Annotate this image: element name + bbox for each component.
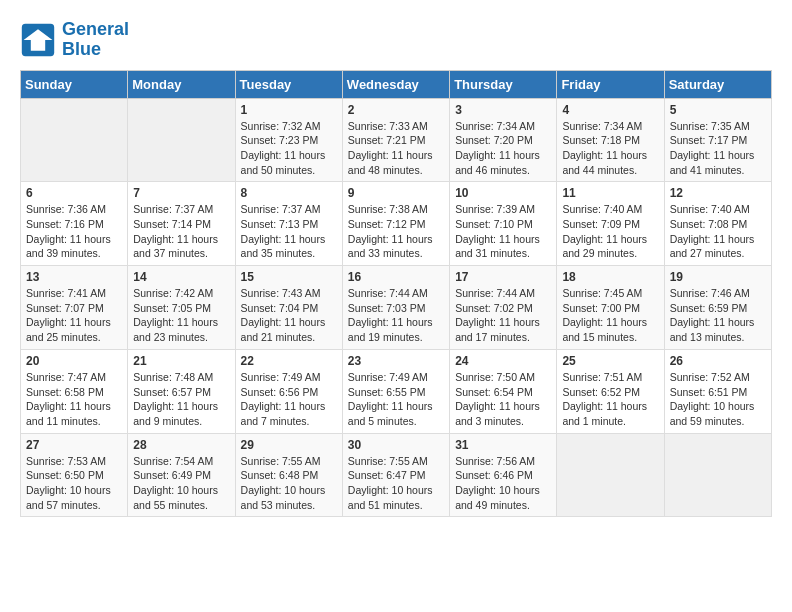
day-number: 13 <box>26 270 122 284</box>
calendar-cell: 8 Sunrise: 7:37 AM Sunset: 7:13 PM Dayli… <box>235 182 342 266</box>
calendar-cell: 19 Sunrise: 7:46 AM Sunset: 6:59 PM Dayl… <box>664 266 771 350</box>
weekday-header: Sunday <box>21 70 128 98</box>
day-info: Sunrise: 7:49 AM Sunset: 6:55 PM Dayligh… <box>348 370 444 429</box>
day-info: Sunrise: 7:34 AM Sunset: 7:20 PM Dayligh… <box>455 119 551 178</box>
day-number: 3 <box>455 103 551 117</box>
calendar-cell: 9 Sunrise: 7:38 AM Sunset: 7:12 PM Dayli… <box>342 182 449 266</box>
day-number: 27 <box>26 438 122 452</box>
day-number: 7 <box>133 186 229 200</box>
day-info: Sunrise: 7:49 AM Sunset: 6:56 PM Dayligh… <box>241 370 337 429</box>
day-number: 25 <box>562 354 658 368</box>
weekday-header: Saturday <box>664 70 771 98</box>
calendar-week-row: 6 Sunrise: 7:36 AM Sunset: 7:16 PM Dayli… <box>21 182 772 266</box>
day-info: Sunrise: 7:33 AM Sunset: 7:21 PM Dayligh… <box>348 119 444 178</box>
calendar-cell: 30 Sunrise: 7:55 AM Sunset: 6:47 PM Dayl… <box>342 433 449 517</box>
day-info: Sunrise: 7:45 AM Sunset: 7:00 PM Dayligh… <box>562 286 658 345</box>
calendar-cell: 27 Sunrise: 7:53 AM Sunset: 6:50 PM Dayl… <box>21 433 128 517</box>
day-number: 26 <box>670 354 766 368</box>
calendar-cell: 31 Sunrise: 7:56 AM Sunset: 6:46 PM Dayl… <box>450 433 557 517</box>
calendar-week-row: 13 Sunrise: 7:41 AM Sunset: 7:07 PM Dayl… <box>21 266 772 350</box>
calendar-cell: 16 Sunrise: 7:44 AM Sunset: 7:03 PM Dayl… <box>342 266 449 350</box>
logo-icon <box>20 22 56 58</box>
day-info: Sunrise: 7:48 AM Sunset: 6:57 PM Dayligh… <box>133 370 229 429</box>
day-info: Sunrise: 7:40 AM Sunset: 7:09 PM Dayligh… <box>562 202 658 261</box>
day-info: Sunrise: 7:44 AM Sunset: 7:02 PM Dayligh… <box>455 286 551 345</box>
calendar-cell: 17 Sunrise: 7:44 AM Sunset: 7:02 PM Dayl… <box>450 266 557 350</box>
calendar-cell: 10 Sunrise: 7:39 AM Sunset: 7:10 PM Dayl… <box>450 182 557 266</box>
day-info: Sunrise: 7:39 AM Sunset: 7:10 PM Dayligh… <box>455 202 551 261</box>
day-info: Sunrise: 7:43 AM Sunset: 7:04 PM Dayligh… <box>241 286 337 345</box>
calendar-cell: 26 Sunrise: 7:52 AM Sunset: 6:51 PM Dayl… <box>664 349 771 433</box>
weekday-header: Friday <box>557 70 664 98</box>
day-info: Sunrise: 7:34 AM Sunset: 7:18 PM Dayligh… <box>562 119 658 178</box>
calendar-cell: 21 Sunrise: 7:48 AM Sunset: 6:57 PM Dayl… <box>128 349 235 433</box>
calendar-cell <box>21 98 128 182</box>
calendar-cell: 2 Sunrise: 7:33 AM Sunset: 7:21 PM Dayli… <box>342 98 449 182</box>
day-info: Sunrise: 7:37 AM Sunset: 7:14 PM Dayligh… <box>133 202 229 261</box>
calendar-cell: 24 Sunrise: 7:50 AM Sunset: 6:54 PM Dayl… <box>450 349 557 433</box>
calendar-cell: 1 Sunrise: 7:32 AM Sunset: 7:23 PM Dayli… <box>235 98 342 182</box>
day-number: 15 <box>241 270 337 284</box>
weekday-header: Thursday <box>450 70 557 98</box>
calendar-week-row: 1 Sunrise: 7:32 AM Sunset: 7:23 PM Dayli… <box>21 98 772 182</box>
day-info: Sunrise: 7:51 AM Sunset: 6:52 PM Dayligh… <box>562 370 658 429</box>
day-number: 4 <box>562 103 658 117</box>
day-info: Sunrise: 7:32 AM Sunset: 7:23 PM Dayligh… <box>241 119 337 178</box>
day-number: 23 <box>348 354 444 368</box>
day-number: 29 <box>241 438 337 452</box>
day-info: Sunrise: 7:56 AM Sunset: 6:46 PM Dayligh… <box>455 454 551 513</box>
day-number: 22 <box>241 354 337 368</box>
day-info: Sunrise: 7:41 AM Sunset: 7:07 PM Dayligh… <box>26 286 122 345</box>
calendar-cell: 3 Sunrise: 7:34 AM Sunset: 7:20 PM Dayli… <box>450 98 557 182</box>
calendar-cell: 11 Sunrise: 7:40 AM Sunset: 7:09 PM Dayl… <box>557 182 664 266</box>
day-number: 9 <box>348 186 444 200</box>
day-info: Sunrise: 7:52 AM Sunset: 6:51 PM Dayligh… <box>670 370 766 429</box>
day-number: 16 <box>348 270 444 284</box>
calendar-cell: 12 Sunrise: 7:40 AM Sunset: 7:08 PM Dayl… <box>664 182 771 266</box>
day-number: 30 <box>348 438 444 452</box>
calendar-body: 1 Sunrise: 7:32 AM Sunset: 7:23 PM Dayli… <box>21 98 772 517</box>
calendar-cell: 22 Sunrise: 7:49 AM Sunset: 6:56 PM Dayl… <box>235 349 342 433</box>
day-info: Sunrise: 7:37 AM Sunset: 7:13 PM Dayligh… <box>241 202 337 261</box>
day-info: Sunrise: 7:44 AM Sunset: 7:03 PM Dayligh… <box>348 286 444 345</box>
day-info: Sunrise: 7:42 AM Sunset: 7:05 PM Dayligh… <box>133 286 229 345</box>
day-number: 24 <box>455 354 551 368</box>
day-number: 17 <box>455 270 551 284</box>
calendar-cell <box>557 433 664 517</box>
day-info: Sunrise: 7:55 AM Sunset: 6:48 PM Dayligh… <box>241 454 337 513</box>
weekday-header: Tuesday <box>235 70 342 98</box>
calendar-cell: 18 Sunrise: 7:45 AM Sunset: 7:00 PM Dayl… <box>557 266 664 350</box>
day-number: 18 <box>562 270 658 284</box>
calendar-cell: 23 Sunrise: 7:49 AM Sunset: 6:55 PM Dayl… <box>342 349 449 433</box>
logo: General Blue <box>20 20 129 60</box>
calendar-cell: 20 Sunrise: 7:47 AM Sunset: 6:58 PM Dayl… <box>21 349 128 433</box>
day-number: 31 <box>455 438 551 452</box>
day-number: 5 <box>670 103 766 117</box>
logo-text: General Blue <box>62 20 129 60</box>
weekday-header: Wednesday <box>342 70 449 98</box>
day-number: 2 <box>348 103 444 117</box>
calendar-cell: 28 Sunrise: 7:54 AM Sunset: 6:49 PM Dayl… <box>128 433 235 517</box>
day-info: Sunrise: 7:53 AM Sunset: 6:50 PM Dayligh… <box>26 454 122 513</box>
calendar-header-row: SundayMondayTuesdayWednesdayThursdayFrid… <box>21 70 772 98</box>
day-info: Sunrise: 7:40 AM Sunset: 7:08 PM Dayligh… <box>670 202 766 261</box>
calendar-cell: 6 Sunrise: 7:36 AM Sunset: 7:16 PM Dayli… <box>21 182 128 266</box>
day-info: Sunrise: 7:38 AM Sunset: 7:12 PM Dayligh… <box>348 202 444 261</box>
day-number: 19 <box>670 270 766 284</box>
weekday-header: Monday <box>128 70 235 98</box>
day-info: Sunrise: 7:47 AM Sunset: 6:58 PM Dayligh… <box>26 370 122 429</box>
calendar-cell: 14 Sunrise: 7:42 AM Sunset: 7:05 PM Dayl… <box>128 266 235 350</box>
calendar-cell: 15 Sunrise: 7:43 AM Sunset: 7:04 PM Dayl… <box>235 266 342 350</box>
day-info: Sunrise: 7:36 AM Sunset: 7:16 PM Dayligh… <box>26 202 122 261</box>
page-header: General Blue <box>20 20 772 60</box>
calendar-cell: 4 Sunrise: 7:34 AM Sunset: 7:18 PM Dayli… <box>557 98 664 182</box>
calendar-cell: 25 Sunrise: 7:51 AM Sunset: 6:52 PM Dayl… <box>557 349 664 433</box>
day-number: 20 <box>26 354 122 368</box>
calendar-cell: 5 Sunrise: 7:35 AM Sunset: 7:17 PM Dayli… <box>664 98 771 182</box>
day-number: 14 <box>133 270 229 284</box>
calendar-cell: 7 Sunrise: 7:37 AM Sunset: 7:14 PM Dayli… <box>128 182 235 266</box>
day-number: 21 <box>133 354 229 368</box>
day-number: 28 <box>133 438 229 452</box>
day-info: Sunrise: 7:35 AM Sunset: 7:17 PM Dayligh… <box>670 119 766 178</box>
day-info: Sunrise: 7:55 AM Sunset: 6:47 PM Dayligh… <box>348 454 444 513</box>
